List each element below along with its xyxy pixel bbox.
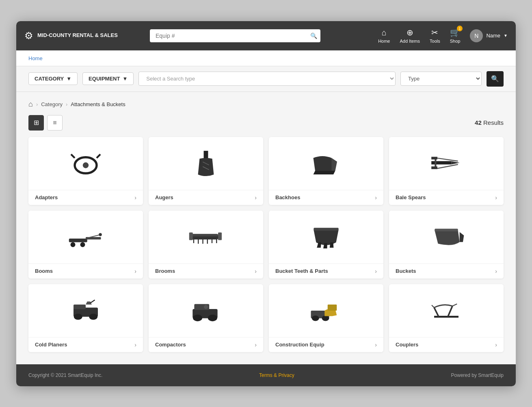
search-submit-button[interactable]: 🔍 bbox=[310, 33, 317, 39]
category-filter-button[interactable]: CATEGORY ▼ bbox=[28, 72, 78, 85]
svg-rect-23 bbox=[218, 232, 222, 240]
filter-search-icon: 🔍 bbox=[491, 75, 499, 83]
svg-line-13 bbox=[437, 164, 458, 168]
search-input[interactable] bbox=[150, 29, 320, 42]
shop-cart-icon: 🛒 1 bbox=[450, 28, 460, 37]
list-icon: ≡ bbox=[53, 119, 56, 126]
results-count: 42 Results bbox=[475, 119, 504, 126]
nav-shop[interactable]: 🛒 1 Shop bbox=[450, 28, 461, 44]
category-chevron-icon: ▼ bbox=[66, 76, 71, 82]
card-footer-adapters: Adapters › bbox=[28, 190, 143, 205]
equipment-filter-button[interactable]: EQUIPMENT ▼ bbox=[82, 72, 134, 85]
arrow-icon-cat12: › bbox=[495, 342, 497, 348]
list-item[interactable]: Bale Spears › bbox=[389, 137, 504, 205]
category-grid: Adapters › Augers › bbox=[28, 137, 504, 352]
svg-marker-8 bbox=[451, 161, 459, 164]
cat12-svg bbox=[428, 296, 465, 325]
results-label: Results bbox=[483, 119, 504, 126]
breadcrumb-category[interactable]: Category bbox=[41, 101, 63, 107]
nav-shop-label: Shop bbox=[450, 39, 461, 44]
list-item[interactable]: Adapters › bbox=[28, 137, 143, 205]
svg-point-34 bbox=[89, 313, 97, 320]
list-item[interactable]: Brooms › bbox=[149, 211, 263, 279]
svg-rect-46 bbox=[328, 305, 337, 311]
svg-rect-22 bbox=[189, 232, 193, 240]
list-item[interactable]: Booms › bbox=[28, 211, 143, 279]
home-breadcrumb-link[interactable]: Home bbox=[28, 55, 43, 61]
bale-spears-svg bbox=[428, 149, 465, 178]
card-image-brooms bbox=[149, 211, 263, 263]
card-image-bucket-teeth bbox=[269, 211, 383, 263]
list-item[interactable]: Backhoes › bbox=[269, 137, 383, 205]
card-label-booms: Booms bbox=[35, 268, 53, 274]
svg-line-49 bbox=[448, 306, 452, 316]
terms-privacy-link[interactable]: Terms & Privacy bbox=[259, 372, 294, 378]
card-label-augers: Augers bbox=[155, 194, 173, 200]
svg-line-37 bbox=[90, 300, 95, 303]
svg-rect-30 bbox=[314, 228, 338, 231]
arrow-icon-augers: › bbox=[255, 194, 257, 201]
svg-rect-21 bbox=[191, 234, 218, 236]
list-item[interactable]: Compactors › bbox=[149, 284, 263, 352]
equipment-chevron-icon: ▼ bbox=[122, 76, 128, 82]
add-items-icon: ⊕ bbox=[407, 28, 413, 37]
grid-view-button[interactable]: ⊞ bbox=[28, 115, 44, 131]
list-view-button[interactable]: ≡ bbox=[47, 115, 63, 131]
list-item[interactable]: Buckets › bbox=[389, 211, 504, 279]
card-footer-brooms: Brooms › bbox=[149, 263, 263, 279]
svg-point-19 bbox=[99, 233, 102, 236]
list-item[interactable]: Couplers › bbox=[389, 284, 504, 352]
breadcrumb-sep-2: › bbox=[66, 101, 67, 107]
svg-line-50 bbox=[432, 305, 434, 307]
cat11-svg bbox=[308, 296, 344, 325]
card-footer-augers: Augers › bbox=[149, 190, 263, 205]
adapters-svg bbox=[67, 149, 104, 178]
list-item[interactable]: Cold Planers › bbox=[28, 284, 143, 352]
card-footer-cat12: Couplers › bbox=[389, 337, 504, 352]
svg-rect-35 bbox=[74, 305, 86, 309]
card-label-cat11: Construction Equip bbox=[275, 342, 324, 348]
user-area[interactable]: N Name ▼ bbox=[470, 29, 508, 42]
cart-badge: 1 bbox=[457, 26, 463, 31]
buckets-svg bbox=[428, 223, 465, 251]
breadcrumb-bar: Home bbox=[16, 50, 516, 66]
card-label-brooms: Brooms bbox=[155, 268, 175, 274]
list-item[interactable]: Augers › bbox=[149, 137, 263, 205]
svg-rect-11 bbox=[431, 166, 437, 169]
svg-point-17 bbox=[80, 242, 85, 247]
main-content: ⌂ › Category › Attachments & Buckets ⊞ ≡… bbox=[16, 92, 516, 364]
svg-rect-31 bbox=[435, 229, 458, 231]
card-image-bale-spears bbox=[389, 137, 504, 190]
filter-search-button[interactable]: 🔍 bbox=[487, 71, 504, 87]
card-image-cat9 bbox=[28, 284, 143, 337]
breadcrumb-home-icon[interactable]: ⌂ bbox=[28, 100, 33, 109]
nav-tools[interactable]: ✂ Tools bbox=[430, 28, 440, 44]
svg-line-12 bbox=[437, 158, 458, 161]
search-type-select[interactable]: Select a Search type bbox=[138, 72, 396, 86]
card-image-cat10 bbox=[149, 284, 263, 337]
view-toggles: ⊞ ≡ bbox=[28, 115, 63, 131]
card-label-adapters: Adapters bbox=[35, 194, 58, 200]
svg-line-48 bbox=[434, 307, 439, 317]
nav-add-items[interactable]: ⊕ Add Items bbox=[400, 28, 420, 44]
arrow-icon-adapters: › bbox=[134, 194, 136, 201]
list-item[interactable]: Bucket Teeth & Parts › bbox=[269, 211, 383, 279]
arrow-icon-bucket-teeth: › bbox=[375, 268, 377, 274]
card-footer-cat10: Compactors › bbox=[149, 337, 263, 352]
brooms-svg bbox=[188, 223, 224, 251]
card-image-backhoes bbox=[269, 137, 383, 190]
footer-copyright: Copyright © 2021 SmartEquip Inc. bbox=[28, 372, 102, 378]
svg-point-3 bbox=[83, 162, 89, 168]
breadcrumb-current: Attachments & Buckets bbox=[71, 101, 125, 107]
card-footer-bucket-teeth: Bucket Teeth & Parts › bbox=[269, 263, 383, 279]
tools-icon: ✂ bbox=[431, 28, 438, 37]
logo-area: ⚙ MID-COUNTY RENTAL & SALES bbox=[24, 30, 118, 41]
svg-line-51 bbox=[452, 304, 457, 306]
list-item[interactable]: Construction Equip › bbox=[269, 284, 383, 352]
type-select[interactable]: Type bbox=[400, 72, 482, 86]
arrow-icon-booms: › bbox=[134, 268, 136, 274]
backhoes-svg bbox=[308, 149, 344, 178]
arrow-icon-brooms: › bbox=[255, 268, 257, 274]
nav-home[interactable]: ⌂ Home bbox=[378, 28, 390, 44]
arrow-icon-backhoes: › bbox=[375, 194, 377, 201]
